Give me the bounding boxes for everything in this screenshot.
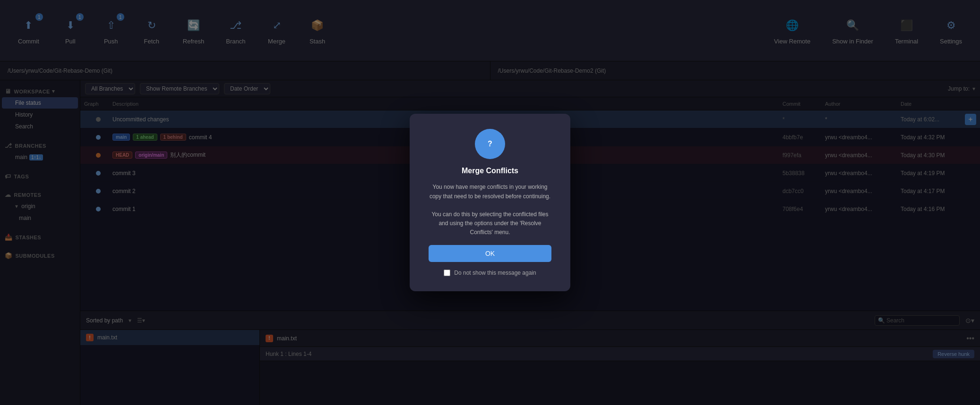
- modal-checkbox-row: Do not show this message again: [444, 270, 536, 276]
- modal-body: You now have merge conflicts in your wor…: [429, 183, 551, 237]
- modal-icon: ?: [475, 129, 505, 159]
- modal-ok-button[interactable]: OK: [429, 245, 551, 262]
- merge-conflicts-modal: ? Merge Conflicts You now have merge con…: [410, 114, 570, 291]
- do-not-show-label: Do not show this message again: [454, 270, 536, 276]
- modal-title: Merge Conflicts: [462, 167, 518, 175]
- svg-text:?: ?: [488, 140, 492, 148]
- do-not-show-checkbox[interactable]: [444, 270, 450, 276]
- modal-overlay: ? Merge Conflicts You now have merge con…: [0, 0, 980, 405]
